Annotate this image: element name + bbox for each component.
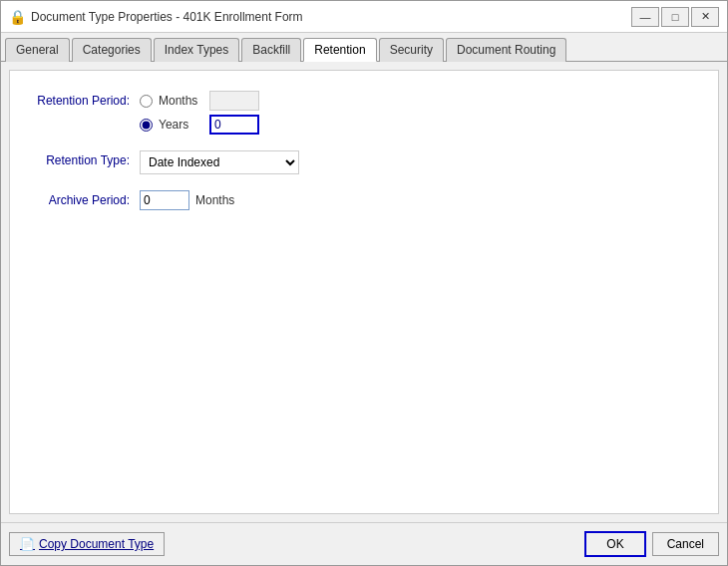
retention-type-label: Retention Type: — [30, 150, 140, 167]
months-radio-row: Months — [140, 91, 259, 111]
tab-security[interactable]: Security — [379, 38, 444, 62]
copy-btn-label: Copy Document Type — [39, 537, 154, 551]
archive-months-label: Months — [195, 193, 234, 207]
footer: 📄 Copy Document Type OK Cancel — [1, 522, 727, 565]
years-radio-row: Years — [140, 115, 259, 135]
copy-document-type-button[interactable]: 📄 Copy Document Type — [9, 532, 165, 556]
cancel-button[interactable]: Cancel — [652, 532, 719, 556]
retention-type-select[interactable]: Date Indexed Date Created Date Modified — [140, 150, 299, 174]
main-window: 🔒 Document Type Properties - 401K Enroll… — [0, 0, 728, 566]
archive-period-input[interactable] — [140, 190, 189, 210]
retention-type-row: Retention Type: Date Indexed Date Create… — [30, 150, 698, 174]
years-radio[interactable] — [140, 119, 153, 132]
content-area: Retention Period: Months Years — [1, 62, 727, 522]
tab-bar: General Categories Index Types Backfill … — [1, 33, 727, 62]
tab-document-routing[interactable]: Document Routing — [446, 38, 566, 62]
retention-period-label: Retention Period: — [30, 91, 140, 108]
months-radio-label: Months — [159, 94, 203, 108]
tab-categories[interactable]: Categories — [72, 38, 152, 62]
form-section: Retention Period: Months Years — [30, 91, 698, 210]
main-panel: Retention Period: Months Years — [9, 70, 719, 514]
archive-period-controls: Months — [140, 190, 234, 210]
retention-type-control: Date Indexed Date Created Date Modified — [140, 150, 299, 174]
ok-button[interactable]: OK — [584, 531, 645, 557]
copy-icon: 📄 — [20, 537, 35, 551]
maximize-button[interactable]: □ — [661, 7, 689, 27]
window-title: Document Type Properties - 401K Enrollme… — [31, 10, 631, 24]
minimize-button[interactable]: — — [631, 7, 659, 27]
tab-general[interactable]: General — [5, 38, 70, 62]
window-controls: — □ ✕ — [631, 7, 719, 27]
window-icon: 🔒 — [9, 9, 25, 25]
years-input[interactable] — [209, 115, 259, 135]
tab-index-types[interactable]: Index Types — [154, 38, 240, 62]
archive-period-row: Archive Period: Months — [30, 190, 698, 210]
retention-period-row: Retention Period: Months Years — [30, 91, 698, 135]
close-button[interactable]: ✕ — [691, 7, 719, 27]
archive-period-label: Archive Period: — [30, 190, 140, 207]
tab-backfill[interactable]: Backfill — [241, 38, 301, 62]
months-input[interactable] — [209, 91, 259, 111]
years-radio-label: Years — [159, 118, 203, 132]
months-radio[interactable] — [140, 95, 153, 108]
retention-period-controls: Months Years — [140, 91, 259, 135]
tab-retention[interactable]: Retention — [303, 38, 376, 62]
title-bar: 🔒 Document Type Properties - 401K Enroll… — [1, 1, 727, 33]
